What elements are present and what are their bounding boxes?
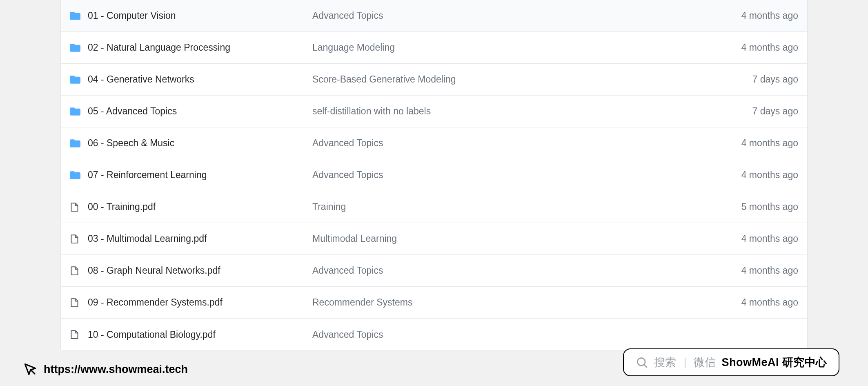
item-time: 4 months ago bbox=[692, 297, 798, 308]
svg-line-1 bbox=[644, 364, 647, 367]
item-description[interactable]: Language Modeling bbox=[312, 42, 692, 53]
folder-row[interactable]: 06 - Speech & MusicAdvanced Topics4 mont… bbox=[61, 127, 807, 159]
cursor-click-icon bbox=[22, 361, 38, 377]
folder-row[interactable]: 07 - Reinforcement LearningAdvanced Topi… bbox=[61, 159, 807, 191]
item-time: 4 months ago bbox=[692, 233, 798, 244]
folder-icon bbox=[70, 138, 88, 149]
file-icon bbox=[70, 202, 88, 212]
item-time: 4 months ago bbox=[692, 170, 798, 181]
search-icon bbox=[635, 356, 648, 369]
folder-icon bbox=[70, 106, 88, 117]
folder-icon bbox=[70, 170, 88, 181]
item-description[interactable]: Advanced Topics bbox=[312, 138, 692, 149]
item-time: 7 days ago bbox=[692, 74, 798, 85]
item-name[interactable]: 01 - Computer Vision bbox=[88, 10, 312, 21]
brand-name: ShowMeAI 研究中心 bbox=[721, 355, 827, 370]
item-time: 4 months ago bbox=[692, 138, 798, 149]
search-hint: 微信 bbox=[694, 355, 716, 370]
item-description[interactable]: Score-Based Generative Modeling bbox=[312, 74, 692, 85]
separator: | bbox=[683, 356, 686, 369]
folder-icon bbox=[70, 42, 88, 53]
item-name[interactable]: 05 - Advanced Topics bbox=[88, 106, 312, 117]
item-time: 4 months ago bbox=[692, 42, 798, 53]
item-time: 4 months ago bbox=[692, 10, 798, 21]
folder-icon bbox=[70, 11, 88, 21]
item-time: 7 days ago bbox=[692, 106, 798, 117]
item-description[interactable]: Training bbox=[312, 201, 692, 212]
footer-url-text: https://www.showmeai.tech bbox=[44, 363, 188, 376]
file-row[interactable]: 10 - Computational Biology.pdfAdvanced T… bbox=[61, 319, 807, 350]
folder-row[interactable]: 05 - Advanced Topicsself-distillation wi… bbox=[61, 96, 807, 127]
item-description[interactable]: Advanced Topics bbox=[312, 170, 692, 181]
search-placeholder: 搜索 bbox=[654, 355, 676, 370]
wechat-search-bubble[interactable]: 搜索 | 微信 ShowMeAI 研究中心 bbox=[623, 348, 839, 376]
folder-icon bbox=[70, 74, 88, 85]
item-time: 4 months ago bbox=[692, 265, 798, 276]
item-name[interactable]: 00 - Training.pdf bbox=[88, 201, 312, 212]
item-name[interactable]: 04 - Generative Networks bbox=[88, 74, 312, 85]
item-name[interactable]: 06 - Speech & Music bbox=[88, 138, 312, 149]
folder-row[interactable]: 02 - Natural Language ProcessingLanguage… bbox=[61, 32, 807, 64]
item-description[interactable]: self-distillation with no labels bbox=[312, 106, 692, 117]
item-description[interactable]: Recommender Systems bbox=[312, 297, 692, 308]
item-description[interactable]: Advanced Topics bbox=[312, 265, 692, 276]
item-name[interactable]: 10 - Computational Biology.pdf bbox=[88, 329, 312, 340]
item-time: 5 months ago bbox=[692, 201, 798, 212]
item-description[interactable]: Multimodal Learning bbox=[312, 233, 692, 244]
item-name[interactable]: 02 - Natural Language Processing bbox=[88, 42, 312, 53]
folder-row[interactable]: 01 - Computer VisionAdvanced Topics4 mon… bbox=[61, 0, 807, 32]
folder-row[interactable]: 04 - Generative NetworksScore-Based Gene… bbox=[61, 64, 807, 96]
file-row[interactable]: 08 - Graph Neural Networks.pdfAdvanced T… bbox=[61, 255, 807, 287]
item-name[interactable]: 08 - Graph Neural Networks.pdf bbox=[88, 265, 312, 276]
item-name[interactable]: 09 - Recommender Systems.pdf bbox=[88, 297, 312, 308]
footer-url: https://www.showmeai.tech bbox=[22, 361, 188, 377]
item-description[interactable]: Advanced Topics bbox=[312, 10, 692, 21]
file-row[interactable]: 03 - Multimodal Learning.pdfMultimodal L… bbox=[61, 223, 807, 255]
item-description[interactable]: Advanced Topics bbox=[312, 329, 692, 340]
file-icon bbox=[70, 234, 88, 244]
file-icon bbox=[70, 330, 88, 339]
file-icon bbox=[70, 266, 88, 276]
file-row[interactable]: 09 - Recommender Systems.pdfRecommender … bbox=[61, 287, 807, 319]
file-row[interactable]: 00 - Training.pdfTraining5 months ago bbox=[61, 191, 807, 223]
item-name[interactable]: 03 - Multimodal Learning.pdf bbox=[88, 233, 312, 244]
file-list: 01 - Computer VisionAdvanced Topics4 mon… bbox=[60, 0, 808, 351]
file-icon bbox=[70, 298, 88, 308]
item-name[interactable]: 07 - Reinforcement Learning bbox=[88, 170, 312, 181]
